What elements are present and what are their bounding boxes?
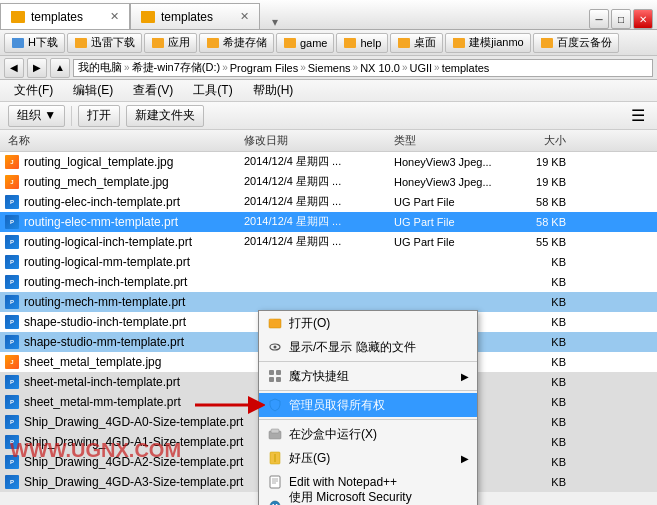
menu-help[interactable]: 帮助(H) — [245, 80, 302, 101]
file-label: shape-studio-mm-template.prt — [24, 335, 184, 349]
ctx-compress[interactable]: 好压(G) ▶ — [259, 446, 477, 470]
bm-download[interactable]: H下载 — [4, 33, 65, 53]
file-row[interactable]: J routing_mech_template.jpg 2014/12/4 星期… — [0, 172, 657, 192]
file-label: routing-mech-mm-template.prt — [24, 295, 185, 309]
file-name: P routing-mech-inch-template.prt — [4, 274, 244, 290]
file-icon-prt: P — [4, 294, 20, 310]
col-header-size[interactable]: 大小 — [514, 133, 574, 148]
path-templates[interactable]: templates — [442, 62, 490, 74]
bookmark-bar: H下载 迅雷下载 应用 希捷存储 game help 桌面 建模jianmo 百… — [0, 30, 657, 56]
tab-close-2[interactable]: ✕ — [240, 10, 249, 23]
bm-apps-icon — [151, 36, 165, 50]
ctx-show-hidden[interactable]: 显示/不显示 隐藏的文件 — [259, 335, 477, 359]
svg-rect-9 — [271, 429, 279, 433]
forward-button[interactable]: ▶ — [27, 58, 47, 78]
bm-jianmo-icon — [452, 36, 466, 50]
file-size: KB — [514, 456, 574, 468]
path-siemens[interactable]: Siemens — [308, 62, 351, 74]
file-row[interactable]: P routing-elec-mm-template.prt 2014/12/4… — [0, 212, 657, 232]
ctx-eye-icon — [267, 339, 283, 355]
bm-storage[interactable]: 希捷存储 — [199, 33, 274, 53]
ctx-grid-icon — [267, 368, 283, 384]
tab-close-1[interactable]: ✕ — [110, 10, 119, 23]
file-name: P shape-studio-mm-template.prt — [4, 334, 244, 350]
bm-storage-icon — [206, 36, 220, 50]
ctx-open[interactable]: 打开(O) — [259, 311, 477, 335]
back-button[interactable]: ◀ — [4, 58, 24, 78]
file-row[interactable]: J routing_logical_template.jpg 2014/12/4… — [0, 152, 657, 172]
path-computer[interactable]: 我的电脑 — [78, 60, 122, 75]
bm-baidu[interactable]: 百度云备份 — [533, 33, 619, 53]
title-bar: templates ✕ templates ✕ ▾ ─ □ ✕ — [0, 0, 657, 30]
view-toggle-button[interactable]: ☰ — [627, 106, 649, 125]
file-icon-jpg: J — [4, 174, 20, 190]
ctx-sandbox[interactable]: 在沙盒中运行(X) — [259, 422, 477, 446]
address-path[interactable]: 我的电脑 » 希捷-win7存储(D:) » Program Files » S… — [73, 59, 653, 77]
bm-desktop-label: 桌面 — [414, 35, 436, 50]
ctx-magic[interactable]: 魔方快捷组 ▶ — [259, 364, 477, 388]
bm-game-label: game — [300, 37, 328, 49]
path-programfiles[interactable]: Program Files — [230, 62, 298, 74]
minimize-button[interactable]: ─ — [589, 9, 609, 29]
file-size: KB — [514, 356, 574, 368]
close-button[interactable]: ✕ — [633, 9, 653, 29]
file-size: 58 KB — [514, 196, 574, 208]
file-name: J routing_mech_template.jpg — [4, 174, 244, 190]
file-icon-prt: P — [4, 234, 20, 250]
context-menu: 打开(O) 显示/不显示 隐藏的文件 魔方快捷组 ▶ 管理员取得所有权 — [258, 310, 478, 505]
file-label: Ship_Drawing_4GD-A3-Size-template.prt — [24, 475, 243, 489]
tab-2[interactable]: templates ✕ — [130, 3, 260, 29]
path-drive[interactable]: 希捷-win7存储(D:) — [132, 60, 221, 75]
path-ugii[interactable]: UGII — [409, 62, 432, 74]
file-row[interactable]: P routing-mech-inch-template.prt KB — [0, 272, 657, 292]
bm-baidu-icon — [540, 36, 554, 50]
open-button[interactable]: 打开 — [78, 105, 120, 127]
organize-button[interactable]: 组织 ▼ — [8, 105, 65, 127]
ctx-admin[interactable]: 管理员取得所有权 — [259, 393, 477, 417]
bm-help[interactable]: help — [336, 33, 388, 53]
file-type: UG Part File — [394, 216, 514, 228]
file-row[interactable]: P routing-mech-mm-template.prt KB — [0, 292, 657, 312]
path-sep-5: » — [402, 62, 408, 73]
svg-rect-12 — [270, 476, 280, 488]
bm-baidu-label: 百度云备份 — [557, 35, 612, 50]
bm-apps[interactable]: 应用 — [144, 33, 197, 53]
menu-file[interactable]: 文件(F) — [6, 80, 61, 101]
new-folder-button[interactable]: 新建文件夹 — [126, 105, 204, 127]
file-date: 2014/12/4 星期四 ... — [244, 154, 394, 169]
col-header-type[interactable]: 类型 — [394, 133, 514, 148]
tab-1[interactable]: templates ✕ — [0, 3, 130, 29]
file-icon-jpg: J — [4, 354, 20, 370]
tab-label-2: templates — [161, 10, 213, 24]
up-button[interactable]: ▲ — [50, 58, 70, 78]
file-area: 名称 修改日期 类型 大小 J routing_logical_template… — [0, 130, 657, 492]
menu-view[interactable]: 查看(V) — [125, 80, 181, 101]
file-row[interactable]: P routing-logical-mm-template.prt KB — [0, 252, 657, 272]
bm-game[interactable]: game — [276, 33, 335, 53]
maximize-button[interactable]: □ — [611, 9, 631, 29]
file-icon-prt: P — [4, 314, 20, 330]
bm-jianmo[interactable]: 建模jianmo — [445, 33, 530, 53]
file-icon-jpg: J — [4, 154, 20, 170]
menu-edit[interactable]: 编辑(E) — [65, 80, 121, 101]
file-row[interactable]: P routing-elec-inch-template.prt 2014/12… — [0, 192, 657, 212]
menu-tools[interactable]: 工具(T) — [185, 80, 240, 101]
svg-rect-5 — [276, 370, 281, 375]
col-header-name[interactable]: 名称 — [4, 133, 244, 148]
ctx-compress-arrow: ▶ — [461, 453, 469, 464]
file-size: KB — [514, 476, 574, 488]
file-size: 55 KB — [514, 236, 574, 248]
file-row[interactable]: P routing-logical-inch-template.prt 2014… — [0, 232, 657, 252]
bm-desktop[interactable]: 桌面 — [390, 33, 443, 53]
file-name: P routing-elec-inch-template.prt — [4, 194, 244, 210]
file-size: KB — [514, 336, 574, 348]
watermark: WWW.UGNX.COM — [10, 439, 181, 462]
file-icon-prt: P — [4, 334, 20, 350]
new-tab-button[interactable]: ▾ — [260, 15, 290, 29]
path-nx[interactable]: NX 10.0 — [360, 62, 400, 74]
col-header-date[interactable]: 修改日期 — [244, 133, 394, 148]
file-name: P routing-logical-inch-template.prt — [4, 234, 244, 250]
bm-thunder[interactable]: 迅雷下载 — [67, 33, 142, 53]
file-size: 19 KB — [514, 156, 574, 168]
ctx-security[interactable]: M 使用 Microsoft Security Essentials 扫描... — [259, 494, 477, 505]
